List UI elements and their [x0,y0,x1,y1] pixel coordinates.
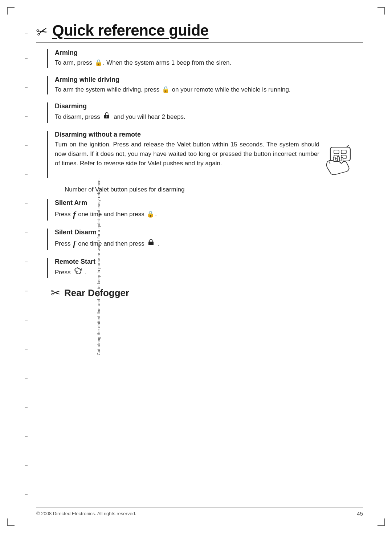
page: Cut along the dotted line and fold to ke… [0,0,392,533]
disarm-icon [103,112,111,122]
tick-mark [25,320,28,320]
section-bar [47,199,48,221]
tick-mark [25,116,28,117]
section-text-disarming-no-remote: Turn on the ignition. Press and release … [55,140,319,169]
lock-icon: 🔒 [95,58,102,68]
section-remote-start: Remote Start Press [47,258,363,278]
scissors-icon: ✂ [35,24,50,40]
scissors-icon-small: ✂ [51,286,61,300]
page-number: 45 [357,510,363,517]
lock-icon-3: 🔒 [147,210,154,219]
section-title-arming: Arming [55,49,363,57]
svg-point-8 [77,267,78,268]
section-text-silent-arm: Press f one time and then press 🔒. [55,208,363,221]
section-bar [47,76,48,95]
section-body-silent-arm: Silent Arm Press f one time and then pre… [55,199,363,221]
side-text: Cut along the dotted line and fold to ke… [97,178,101,355]
section-title-remote-start: Remote Start [55,258,363,266]
tick-mark [25,33,28,33]
section-body-disarming: Disarming To disarm, press and you will … [55,102,363,122]
section-bar [47,102,48,122]
section-bar [47,49,48,68]
section-body-silent-disarm: Silent Disarm Press f one time and then … [55,229,363,250]
valet-line: Number of Valet button pulses for disarm… [65,186,363,193]
tick-mark [25,465,28,466]
corner-mark-br [377,518,385,526]
tick-mark [25,233,28,233]
valet-underline [186,193,251,193]
svg-rect-1 [334,150,339,154]
corner-mark-tr [377,7,385,15]
tick-mark [25,349,28,350]
func-f-icon: f [73,208,75,221]
section-text-silent-disarm: Press f one time and then press . [55,238,363,250]
section-silent-arm: Silent Arm Press f one time and then pre… [47,199,363,221]
section-arming: Arming To arm, press 🔒. When the system … [47,49,363,68]
section-text-disarming: To disarm, press and you will hear 2 bee… [55,112,363,122]
copyright-text: © 2008 Directed Electronics. All rights … [36,511,136,516]
lock-icon-2: 🔒 [162,85,170,94]
svg-point-7 [75,268,77,269]
section-bar [47,131,48,178]
section-body-disarming-no-remote: Disarming without a remote Turn on the i… [55,131,319,178]
corner-mark-tl [7,7,15,15]
func-f-icon-2: f [73,238,75,250]
section-arming-driving: Arming while driving To arm the system w… [47,76,363,95]
section-body-remote-start: Remote Start Press [55,258,363,278]
tick-mark [25,407,28,408]
tick-mark [25,262,28,262]
section-silent-disarm: Silent Disarm Press f one time and then … [47,229,363,250]
section-disarming: Disarming To disarm, press and you will … [47,102,363,122]
section-title-disarming: Disarming [55,102,363,110]
main-content: Arming To arm, press 🔒. When the system … [36,49,363,300]
section-title-silent-arm: Silent Arm [55,199,363,207]
cut-line [25,22,25,511]
tick-mark [25,494,28,495]
remote-start-icon [74,267,83,278]
svg-rect-2 [341,150,346,154]
section-text-arming: To arm, press 🔒. When the system arms 1 … [55,58,363,68]
section-bar [47,229,48,250]
hand-remote-illustration [323,145,363,178]
section-title-silent-disarm: Silent Disarm [55,229,363,236]
page-header: ✂ Quick reference guide [36,22,363,43]
tick-mark [25,145,28,146]
svg-point-6 [74,269,75,270]
corner-mark-bl [7,518,15,526]
tick-mark [25,58,28,59]
tick-mark [25,436,28,437]
tick-mark [25,174,28,175]
tick-mark [25,291,28,291]
section-title-disarming-no-remote: Disarming without a remote [55,131,319,138]
section-title-arming-driving: Arming while driving [55,76,363,84]
page-footer: © 2008 Directed Electronics. All rights … [36,507,363,517]
tick-mark [25,87,28,88]
tick-mark [25,203,28,204]
page-title: Quick reference guide [52,22,209,39]
tick-mark [25,378,28,379]
section-body-arming-driving: Arming while driving To arm the system w… [55,76,363,95]
section-bar [47,258,48,278]
section-body-arming: Arming To arm, press 🔒. When the system … [55,49,363,68]
section-text-arming-driving: To arm the system while driving, press 🔒… [55,85,363,95]
disarm-icon-2 [147,238,155,249]
section-text-remote-start: Press [55,267,363,278]
section-disarming-no-remote: Disarming without a remote Turn on the i… [47,131,363,178]
